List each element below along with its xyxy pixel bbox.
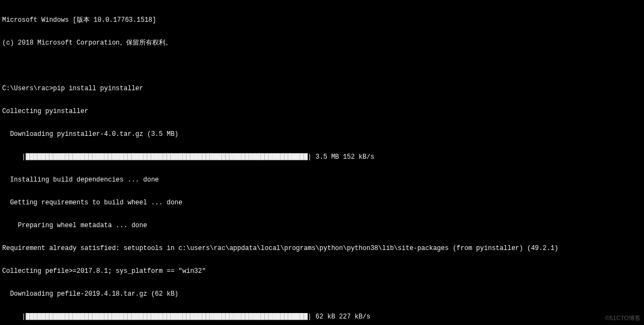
progress-bar-row: | ██████████████████████████████████████…	[2, 313, 642, 321]
progress-bar-label: 62 kB 227 kB/s	[312, 313, 370, 321]
output-line: Preparing wheel metadata ... done	[2, 222, 642, 229]
output-line: Downloading pefile-2019.4.18.tar.gz (62 …	[2, 290, 642, 298]
progress-bar: ████████████████████████████████████████…	[26, 313, 312, 321]
progress-bar-label: 3.5 MB 152 kB/s	[312, 153, 374, 161]
prompt-command: C:\Users\rac>pip install pyinstaller	[2, 85, 642, 92]
header-line-1: Microsoft Windows [版本 10.0.17763.1518]	[2, 16, 642, 24]
watermark: ©51CTO博客	[605, 314, 641, 322]
output-line: Installing build dependencies ... done	[2, 176, 642, 184]
terminal-output[interactable]: Microsoft Windows [版本 10.0.17763.1518] (…	[0, 0, 644, 325]
bar-indent: |	[2, 153, 26, 161]
output-line: Collecting pyinstaller	[2, 108, 642, 115]
progress-bar: ████████████████████████████████████████…	[26, 153, 312, 161]
blank-line	[2, 62, 642, 70]
progress-bar-row: | ██████████████████████████████████████…	[2, 153, 642, 161]
bar-indent: |	[2, 313, 26, 321]
output-line: Getting requirements to build wheel ... …	[2, 199, 642, 207]
header-line-2: (c) 2018 Microsoft Corporation。保留所有权利。	[2, 39, 642, 47]
output-line: Collecting pefile>=2017.8.1; sys_platfor…	[2, 267, 642, 275]
output-line: Downloading pyinstaller-4.0.tar.gz (3.5 …	[2, 130, 642, 138]
output-line: Requirement already satisfied: setuptool…	[2, 245, 642, 252]
